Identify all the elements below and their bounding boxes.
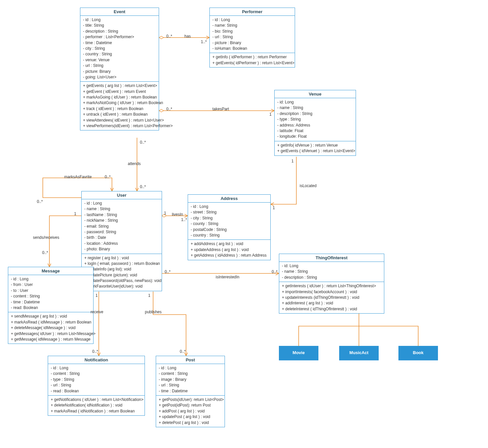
class-title: ThingOfInterest <box>279 254 384 262</box>
ops: + getInfo( idVenue ) : return Venue+ get… <box>275 141 356 155</box>
class-line: - name : String <box>84 206 159 212</box>
attrs: - id : Long- content : String- image : B… <box>156 364 225 396</box>
class-line: - image : Binary <box>159 377 222 382</box>
class-line: - content : String <box>11 294 91 299</box>
class-title: Post <box>156 356 225 364</box>
mult: 0..* <box>272 269 278 274</box>
class-line: + markAsNotGoing ( idUser ) : return Boo… <box>83 100 156 106</box>
class-line: - id: Long <box>277 99 353 105</box>
class-line: + updatePicture (picture): void <box>84 272 159 278</box>
class-line: - name: String <box>212 23 292 28</box>
class-line: + getInfo ( idPerformer ) : return Perfo… <box>212 54 292 60</box>
class-line: - postalCode : String <box>191 227 268 233</box>
mult: 0..* <box>140 184 146 189</box>
class-line: - content : String <box>51 371 142 377</box>
class-line: - time : Datetime <box>83 40 156 46</box>
rel-marksasfavrite: marksAsFavrite <box>64 175 92 179</box>
ops: + getInfo ( idPerformer ) : return Perfo… <box>210 53 295 67</box>
class-post: Post - id : Long- content : String- imag… <box>156 356 225 427</box>
class-venue: Venue - id: Long- name : String- descrip… <box>274 90 356 156</box>
class-line: - time : Datetime <box>11 299 91 305</box>
attrs: - id : Long- from : User- to : User- con… <box>8 275 93 312</box>
class-line: - title: String <box>83 23 156 28</box>
class-address: Address - id : Long- street : String- ci… <box>188 194 271 260</box>
class-thingofinterest: ThingOfInterest - id: Long- name : Strin… <box>279 254 384 314</box>
class-line: + getEvents ( arg list ) : return List<E… <box>83 83 156 89</box>
class-title: Message <box>8 267 93 275</box>
mult: 0..* <box>166 107 172 111</box>
mult: 1 <box>148 293 150 298</box>
class-line: - city : String <box>191 215 268 221</box>
mult: 0..* <box>166 34 172 39</box>
rel-has: has <box>184 34 191 39</box>
rel-livesin: livesIn <box>172 212 183 217</box>
class-line: + markAsGoing ( idUser ) : return Boolea… <box>83 95 156 100</box>
ops: + addAddress ( arg list ) : void+ update… <box>188 240 270 260</box>
class-line: - country : String <box>191 233 268 238</box>
class-line: - longitude: Float <box>277 134 353 139</box>
class-line: + deleteInterest ( idThingOfInterestt ) … <box>282 306 381 312</box>
class-line: + getNotifications ( idUser ) : return L… <box>51 397 142 403</box>
class-line: - going: List<User> <box>83 74 156 80</box>
class-event: Event - id : Long- title: String- descri… <box>80 8 159 130</box>
class-performer: Performer - id : Long- name: String- bio… <box>209 8 295 68</box>
class-musicact: MusicAct <box>339 346 379 360</box>
mult: 0..* <box>165 269 171 274</box>
class-line: + getInterests ( idUser ) : return List<… <box>282 283 381 289</box>
class-line: + getEvents( idPerformer ) : return List… <box>212 60 292 66</box>
rel-isinterestedin: isInterestedIn <box>216 275 239 279</box>
ops: + getInterests ( idUser ) : return List<… <box>279 282 384 313</box>
rel-islocated: isLocated <box>300 183 316 188</box>
class-line: + markAsRead ( idNotification ) : return… <box>51 408 142 414</box>
ops: + getPosts(idUser): return List<Post>+ g… <box>156 396 225 427</box>
class-line: - latitude: Float <box>277 128 353 134</box>
class-line: + getMessages( idUser ) : return List<Me… <box>11 331 91 337</box>
class-line: - name : String <box>282 269 381 274</box>
mult: 1 <box>291 159 294 163</box>
attrs: - id : Long- street : String- city : Str… <box>188 203 270 240</box>
class-line: - from : User <box>11 282 91 288</box>
class-line: + viewAttendees( idEvent ) : return List… <box>83 118 156 123</box>
mult: 0..* <box>37 199 43 204</box>
class-title: Performer <box>210 8 295 16</box>
class-line: + addAddress ( arg list ) : void <box>191 241 268 247</box>
class-line: - id: Long <box>282 263 381 269</box>
class-line: - description : String <box>83 29 156 34</box>
class-line: - nickName : String <box>84 218 159 223</box>
class-line: - id : Long <box>84 201 159 206</box>
rel-receive: receive <box>91 310 103 314</box>
class-line: - time : Datetime <box>159 388 222 394</box>
class-line: - venue: Venue <box>83 57 156 63</box>
mult: 1 <box>74 211 76 216</box>
mult: 1 <box>95 293 98 298</box>
class-line: + getInfo( idVenue ) : return Venue <box>277 143 353 148</box>
class-line: + register ( arg list ) : void <box>84 255 159 261</box>
class-line: - id : Long <box>159 365 222 371</box>
mult: 1..* <box>201 40 207 44</box>
class-line: - read: Boolean <box>11 305 91 311</box>
class-line: + updateAddress ( arg list ) : void <box>191 247 268 253</box>
mult: 0..* <box>140 140 146 145</box>
class-title: Event <box>80 8 159 16</box>
mult: 0..* <box>180 349 186 354</box>
class-line: - picture : Binary <box>212 40 292 46</box>
class-line: + markAsRead ( idMessage ) : return Bool… <box>11 320 91 325</box>
ops: + sendMessage ( arg list ) : void+ markA… <box>8 312 93 344</box>
rel-sendsreceives: sends/receives <box>33 235 59 240</box>
class-title: Address <box>188 195 270 203</box>
class-line: - name : String <box>277 105 353 111</box>
class-line: - type : String <box>51 377 142 382</box>
class-line: + getEvents ( idVenuet ) : return List<E… <box>277 148 353 154</box>
class-line: - url : String <box>83 63 156 69</box>
class-line: - city : String <box>83 46 156 51</box>
class-line: + deletePost ( arg list ) : void <box>159 420 222 426</box>
class-line: - isHuman: Boolean <box>212 46 292 51</box>
mult: 0..* <box>105 175 111 179</box>
class-line: + viewPerformers(idEvent) : return List<… <box>83 123 156 129</box>
mult: 1 <box>164 211 166 215</box>
attrs: - id : Long- content : String- type : St… <box>48 364 145 396</box>
mult: 0..* <box>42 250 48 255</box>
class-line: - read : Boolean <box>51 388 142 394</box>
rel-publishes: publishes <box>145 310 162 314</box>
class-line: - picture: Binary <box>83 69 156 74</box>
